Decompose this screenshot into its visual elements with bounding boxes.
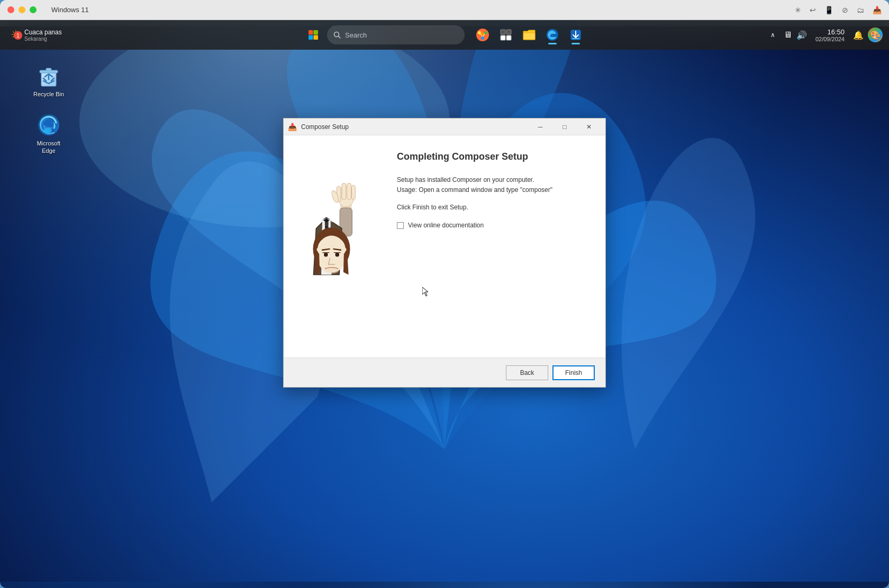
mac-window: Windows 11 ✳ ↩ 📱 ⊘ 🗂 📥 <box>0 0 889 588</box>
brightness-icon: ✳ <box>795 6 801 14</box>
weather-description: Sekarang <box>24 36 62 42</box>
view-docs-checkbox[interactable] <box>397 222 404 229</box>
svg-rect-15 <box>351 185 355 199</box>
svg-rect-35 <box>501 30 505 34</box>
svg-point-34 <box>481 36 484 40</box>
volume-icon[interactable]: 🔊 <box>796 30 807 40</box>
dialog-content: Completing Composer Setup Setup has inst… <box>397 151 589 342</box>
svg-point-23 <box>335 253 339 257</box>
mac-close-button[interactable] <box>7 6 14 13</box>
taskbar-center: Search <box>303 24 586 45</box>
apps-profile-icon[interactable]: 🎨 <box>868 27 883 42</box>
mac-maximize-button[interactable] <box>30 6 37 13</box>
clock[interactable]: 16:50 02/09/2024 <box>811 26 849 44</box>
taskbar-left: 1 ☀ Cuaca panas Sekarang <box>6 26 112 44</box>
dialog-icon: 📥 <box>288 123 297 131</box>
svg-rect-14 <box>347 183 351 199</box>
edge-icon <box>36 112 61 137</box>
notification-bell-icon[interactable]: 🔔 <box>853 30 864 40</box>
dialog-titlebar: 📥 Composer Setup ─ □ ✕ <box>284 118 605 135</box>
dialog-close-button[interactable]: ✕ <box>577 118 601 135</box>
svg-rect-6 <box>41 72 56 86</box>
taskbar-app-download[interactable] <box>565 24 586 45</box>
notification-badge: 1 <box>14 31 22 40</box>
dialog-para1: Setup has installed Composer on your com… <box>397 175 589 185</box>
edge-label: Microsoft Edge <box>31 140 67 155</box>
view-docs-label[interactable]: View online documentation <box>408 222 484 229</box>
svg-rect-28 <box>314 35 319 40</box>
taskbar-right: ∧ 🖥 🔊 16:50 02/09/2024 🔔 🎨 <box>766 26 883 44</box>
dialog-maximize-button[interactable]: □ <box>552 118 577 135</box>
dialog-controls: ─ □ ✕ <box>528 118 601 135</box>
dialog-title: Composer Setup <box>301 123 524 131</box>
taskbar-app-taskview[interactable] <box>495 24 516 45</box>
dialog-click-finish: Click Finish to exit Setup. <box>397 204 589 211</box>
taskbar-app-edge[interactable] <box>542 24 563 45</box>
compass-icon: ⊘ <box>842 6 848 14</box>
svg-rect-5 <box>46 68 51 71</box>
dialog-checkbox-row: View online documentation <box>397 222 589 229</box>
mac-window-title: Windows 11 <box>51 6 89 14</box>
svg-point-33 <box>484 31 487 34</box>
clock-time: 16:50 <box>827 28 845 36</box>
mac-titlebar: Windows 11 ✳ ↩ 📱 ⊘ 🗂 📥 <box>0 0 889 20</box>
svg-rect-39 <box>523 33 535 40</box>
svg-line-30 <box>339 36 341 39</box>
inbox-icon: 📥 <box>873 6 882 14</box>
svg-point-32 <box>478 31 481 34</box>
svg-rect-26 <box>314 30 319 35</box>
composer-illustration <box>300 151 384 342</box>
desktop-icon-recycle-bin[interactable]: Recycle Bin <box>28 60 70 101</box>
clock-date: 02/09/2024 <box>815 36 845 42</box>
svg-rect-37 <box>501 35 505 40</box>
svg-rect-13 <box>342 183 346 199</box>
back-button[interactable]: Back <box>506 365 548 380</box>
system-tray: ∧ 🖥 🔊 <box>766 29 807 41</box>
taskbar-apps <box>472 24 586 45</box>
search-placeholder: Search <box>345 31 367 39</box>
desktop: Recycle Bin <box>0 20 889 588</box>
recycle-bin-label: Recycle Bin <box>33 90 64 98</box>
svg-rect-38 <box>506 35 511 40</box>
weather-temperature: Cuaca panas <box>24 29 62 36</box>
composer-setup-dialog: 📥 Composer Setup ─ □ ✕ <box>283 118 606 388</box>
mac-minimize-button[interactable] <box>19 6 25 13</box>
svg-point-24 <box>324 268 339 274</box>
dialog-para2: Usage: Open a command window and type "c… <box>397 185 589 195</box>
folder-icon: 🗂 <box>857 6 864 14</box>
taskbar: 1 ☀ Cuaca panas Sekarang <box>0 20 889 50</box>
weather-widget[interactable]: 1 ☀ Cuaca panas Sekarang <box>6 26 66 44</box>
taskbar-app-fileexplorer[interactable] <box>519 24 540 45</box>
desktop-icon-edge[interactable]: Microsoft Edge <box>28 109 70 158</box>
start-button[interactable] <box>303 24 324 45</box>
svg-rect-36 <box>506 30 511 34</box>
svg-rect-27 <box>309 35 313 40</box>
weather-text: Cuaca panas Sekarang <box>24 29 62 42</box>
finish-button[interactable]: Finish <box>552 365 595 380</box>
svg-point-22 <box>324 253 328 257</box>
device-icon: 📱 <box>824 6 833 14</box>
dialog-heading: Completing Composer Setup <box>397 151 589 162</box>
recycle-bin-icon <box>36 63 61 88</box>
mac-toolbar: ✳ ↩ 📱 ⊘ 🗂 📥 <box>795 6 882 14</box>
dialog-body: Completing Composer Setup Setup has inst… <box>284 135 605 357</box>
svg-rect-25 <box>309 30 313 35</box>
back-forward-icon: ↩ <box>810 6 816 14</box>
search-bar[interactable]: Search <box>327 25 465 44</box>
dialog-minimize-button[interactable]: ─ <box>528 118 552 135</box>
dialog-footer: Back Finish <box>284 357 605 387</box>
tray-expand-button[interactable]: ∧ <box>766 29 779 41</box>
taskbar-app-keezy[interactable] <box>472 24 493 45</box>
search-icon <box>333 31 341 39</box>
monitor-icon[interactable]: 🖥 <box>784 30 792 40</box>
